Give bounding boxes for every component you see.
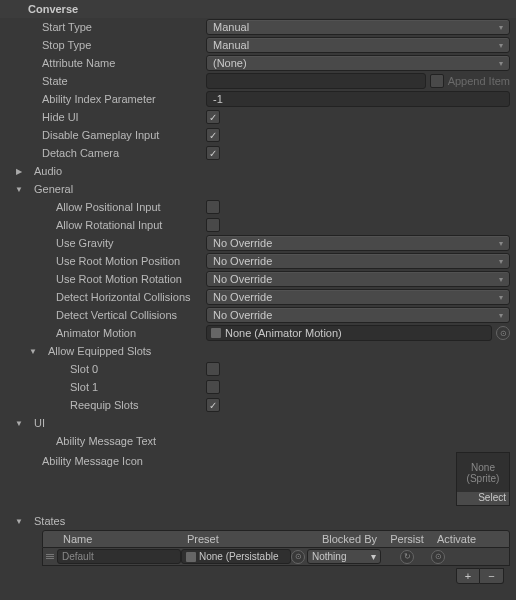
allow-pos-checkbox[interactable] bbox=[206, 200, 220, 214]
equipped-slots-foldout[interactable]: ▼ Allow Equipped Slots bbox=[0, 342, 516, 360]
append-item-checkbox[interactable] bbox=[430, 74, 444, 88]
root-rot-label: Use Root Motion Rotation bbox=[14, 273, 206, 285]
stop-type-dropdown[interactable]: Manual▾ bbox=[206, 37, 510, 53]
ability-index-label: Ability Index Parameter bbox=[14, 93, 206, 105]
slot1-label: Slot 1 bbox=[14, 381, 206, 393]
hide-ui-label: Hide UI bbox=[14, 111, 206, 123]
append-item-label: Append Item bbox=[448, 75, 510, 87]
allow-rot-checkbox[interactable] bbox=[206, 218, 220, 232]
allow-rot-label: Allow Rotational Input bbox=[14, 219, 206, 231]
remove-state-button[interactable]: − bbox=[480, 568, 504, 584]
ability-index-input[interactable]: -1 bbox=[206, 91, 510, 107]
sprite-select-button[interactable]: Select bbox=[457, 492, 509, 505]
table-row[interactable]: Default None (Persistable ⊙ Nothing▾ ↻ ⊙ bbox=[42, 548, 510, 566]
audio-foldout[interactable]: ▶ Audio bbox=[0, 162, 516, 180]
hide-ui-checkbox[interactable] bbox=[206, 110, 220, 124]
col-activate: Activate bbox=[431, 533, 509, 545]
use-gravity-dropdown[interactable]: No Override▾ bbox=[206, 235, 510, 251]
slot0-label: Slot 0 bbox=[14, 363, 206, 375]
chevron-down-icon: ▼ bbox=[14, 517, 24, 526]
chevron-down-icon: ▼ bbox=[14, 419, 24, 428]
attribute-name-label: Attribute Name bbox=[14, 57, 206, 69]
attribute-name-dropdown[interactable]: (None)▾ bbox=[206, 55, 510, 71]
col-name: Name bbox=[57, 533, 181, 545]
stop-type-label: Stop Type bbox=[14, 39, 206, 51]
disable-gameplay-checkbox[interactable] bbox=[206, 128, 220, 142]
col-persist: Persist bbox=[383, 533, 431, 545]
persist-button[interactable]: ↻ bbox=[400, 550, 414, 564]
state-label: State bbox=[14, 75, 206, 87]
chevron-down-icon: ▼ bbox=[14, 185, 24, 194]
state-preset-field[interactable]: None (Persistable bbox=[181, 549, 291, 564]
message-icon-label: Ability Message Icon bbox=[0, 452, 192, 470]
root-pos-label: Use Root Motion Position bbox=[14, 255, 206, 267]
slot1-checkbox[interactable] bbox=[206, 380, 220, 394]
root-pos-dropdown[interactable]: No Override▾ bbox=[206, 253, 510, 269]
animator-motion-field[interactable]: None (Animator Motion) bbox=[206, 325, 492, 341]
ui-foldout[interactable]: ▼ UI bbox=[0, 414, 516, 432]
root-rot-dropdown[interactable]: No Override▾ bbox=[206, 271, 510, 287]
reequip-label: Reequip Slots bbox=[14, 399, 206, 411]
object-picker-button[interactable]: ⊙ bbox=[496, 326, 510, 340]
col-blocked: Blocked By bbox=[291, 533, 383, 545]
state-input[interactable] bbox=[206, 73, 426, 89]
object-icon bbox=[211, 328, 221, 338]
add-state-button[interactable]: + bbox=[456, 568, 480, 584]
states-foldout[interactable]: ▼ States bbox=[0, 512, 516, 530]
detect-h-label: Detect Horizontal Collisions bbox=[14, 291, 206, 303]
preset-picker-button[interactable]: ⊙ bbox=[291, 550, 305, 564]
use-gravity-label: Use Gravity bbox=[14, 237, 206, 249]
reequip-checkbox[interactable] bbox=[206, 398, 220, 412]
state-name-input[interactable]: Default bbox=[57, 549, 181, 564]
drag-handle-icon[interactable] bbox=[43, 554, 57, 559]
detach-camera-checkbox[interactable] bbox=[206, 146, 220, 160]
activate-button[interactable]: ⊙ bbox=[431, 550, 445, 564]
states-header-row: Name Preset Blocked By Persist Activate bbox=[42, 530, 510, 548]
animator-motion-label: Animator Motion bbox=[14, 327, 206, 339]
slot0-checkbox[interactable] bbox=[206, 362, 220, 376]
object-icon bbox=[186, 552, 196, 562]
general-foldout[interactable]: ▼ General bbox=[0, 180, 516, 198]
message-text-label: Ability Message Text bbox=[14, 435, 206, 447]
chevron-down-icon: ▼ bbox=[28, 347, 38, 356]
detach-camera-label: Detach Camera bbox=[14, 147, 206, 159]
detect-h-dropdown[interactable]: No Override▾ bbox=[206, 289, 510, 305]
section-converse-header: Converse bbox=[0, 0, 516, 18]
detect-v-label: Detect Vertical Collisions bbox=[14, 309, 206, 321]
start-type-label: Start Type bbox=[14, 21, 206, 33]
blocked-by-dropdown[interactable]: Nothing▾ bbox=[307, 549, 381, 564]
col-preset: Preset bbox=[181, 533, 291, 545]
sprite-none-label: None (Sprite) bbox=[457, 453, 509, 492]
disable-gameplay-label: Disable Gameplay Input bbox=[14, 129, 206, 141]
allow-pos-label: Allow Positional Input bbox=[14, 201, 206, 213]
chevron-right-icon: ▶ bbox=[14, 167, 24, 176]
detect-v-dropdown[interactable]: No Override▾ bbox=[206, 307, 510, 323]
sprite-picker[interactable]: None (Sprite) Select bbox=[456, 452, 510, 506]
states-table: Name Preset Blocked By Persist Activate … bbox=[42, 530, 510, 586]
start-type-dropdown[interactable]: Manual▾ bbox=[206, 19, 510, 35]
header-title: Converse bbox=[28, 3, 78, 15]
